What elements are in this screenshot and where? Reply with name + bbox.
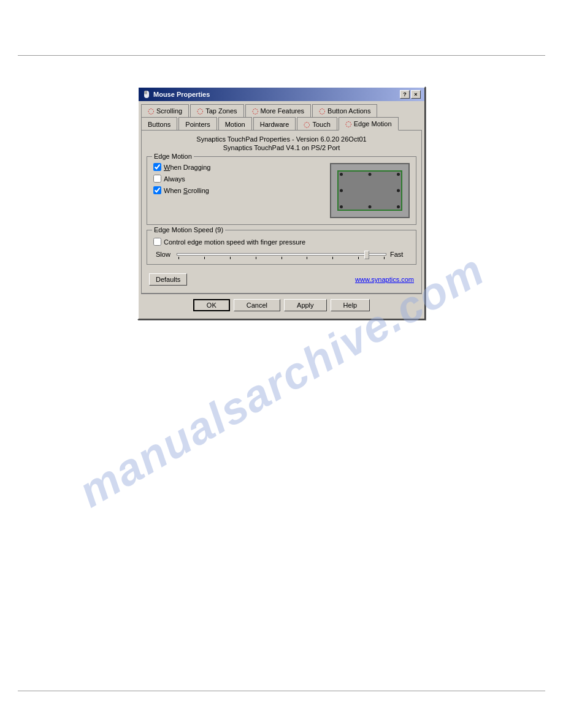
dot-tl [340, 173, 343, 176]
more-features-label: More Features [261, 107, 305, 115]
tab-buttons[interactable]: Buttons [141, 117, 177, 131]
touchpad-graphic [330, 163, 410, 218]
title-left: Mouse Properties [142, 90, 210, 99]
when-dragging-row: When Dragging [153, 163, 324, 171]
when-scrolling-checkbox[interactable] [153, 186, 161, 194]
edge-motion-container: When Dragging Always When Scrolling [153, 161, 410, 218]
dot-bm [369, 205, 372, 208]
dialog-title: Mouse Properties [153, 91, 210, 98]
tab-more-features[interactable]: ◌ More Features [245, 104, 312, 117]
fast-label: Fast [390, 251, 407, 258]
speed-group-label: Edge Motion Speed (9) [152, 226, 225, 233]
tick-8 [358, 257, 359, 259]
help-title-button[interactable]: ? [400, 90, 410, 99]
finger-pressure-checkbox[interactable] [153, 238, 161, 246]
dot-mr [397, 189, 400, 192]
when-dragging-checkbox[interactable] [153, 163, 161, 171]
tab-row-2: Buttons Pointers Motion Hardware ◌ Touch [141, 116, 422, 130]
tab-motion[interactable]: Motion [218, 117, 252, 131]
tab-tap-zones[interactable]: ◌ Tap Zones [190, 104, 243, 117]
always-row: Always [153, 175, 324, 183]
dialog-content: ◌ Scrolling ◌ Tap Zones ◌ More Features … [139, 101, 424, 319]
tick-7 [332, 257, 333, 259]
speed-group: Edge Motion Speed (9) Control edge motio… [147, 230, 416, 265]
tick-2 [204, 257, 205, 259]
scrolling-icon: ◌ [148, 107, 154, 115]
tab-edge-motion[interactable]: ◌ Edge Motion [339, 117, 399, 131]
version-line2: Synaptics TouchPad V4.1 on PS/2 Port [147, 144, 416, 151]
defaults-button[interactable]: Defaults [149, 273, 187, 286]
tick-3 [230, 257, 231, 259]
tab-button-actions[interactable]: ◌ Button Actions [312, 104, 377, 117]
bottom-area: Defaults www.synaptics.com [147, 270, 416, 288]
ok-button[interactable]: OK [193, 299, 230, 311]
tick-9 [384, 257, 385, 259]
tab-pointers[interactable]: Pointers [178, 117, 216, 131]
dialog-footer: OK Cancel Apply Help [141, 294, 422, 316]
tab-hardware[interactable]: Hardware [253, 117, 296, 131]
finger-pressure-label: Control edge motion speed with finger pr… [164, 238, 305, 246]
dot-ml [340, 189, 343, 192]
touch-label: Touch [312, 121, 330, 128]
more-features-icon: ◌ [252, 107, 258, 115]
tab-scrolling[interactable]: ◌ Scrolling [141, 104, 189, 117]
edge-motion-group: Edge Motion When Dragging Always [147, 156, 416, 225]
dot-br [397, 205, 400, 208]
speed-slider-track[interactable] [177, 253, 386, 256]
slow-label: Slow [156, 251, 173, 258]
always-checkbox[interactable] [153, 175, 161, 183]
dot-tr [397, 173, 400, 176]
close-title-button[interactable]: × [411, 90, 421, 99]
svg-rect-1 [144, 91, 147, 94]
tap-zones-icon: ◌ [197, 107, 203, 115]
finger-pressure-row: Control edge motion speed with finger pr… [153, 238, 410, 246]
dialog-area: Mouse Properties ? × ◌ Scrolling ◌ [137, 86, 426, 320]
dot-bl [340, 205, 343, 208]
when-dragging-label: When Dragging [164, 164, 210, 171]
slider-row: Slow [153, 251, 410, 258]
always-label: Always [164, 175, 185, 183]
bottom-rule [18, 691, 545, 691]
buttons-label: Buttons [148, 121, 170, 128]
tick-1 [178, 257, 179, 259]
top-rule [18, 55, 545, 56]
button-actions-label: Button Actions [327, 107, 370, 115]
hardware-label: Hardware [260, 121, 289, 128]
when-scrolling-row: When Scrolling [153, 186, 324, 194]
mouse-properties-dialog: Mouse Properties ? × ◌ Scrolling ◌ [137, 86, 426, 320]
page-container: Mouse Properties ? × ◌ Scrolling ◌ [0, 0, 563, 728]
tap-zones-label: Tap Zones [205, 107, 237, 115]
edge-motion-group-label: Edge Motion [152, 153, 194, 160]
scrolling-label: Scrolling [156, 107, 182, 115]
touchpad-inner [337, 170, 402, 211]
dot-tm [369, 173, 372, 176]
tick-4 [256, 257, 256, 259]
synaptics-link[interactable]: www.synaptics.com [355, 276, 414, 283]
tab-panel: Synaptics TouchPad Properties - Version … [141, 130, 422, 294]
when-scrolling-label: When Scrolling [164, 187, 209, 194]
edge-motion-tab-label: Edge Motion [354, 120, 392, 127]
apply-button[interactable]: Apply [284, 299, 327, 311]
cancel-button[interactable]: Cancel [234, 299, 280, 311]
tick-6 [307, 257, 307, 259]
mouse-icon [142, 90, 151, 99]
version-line1: Synaptics TouchPad Properties - Version … [147, 135, 416, 143]
edge-motion-checkboxes: When Dragging Always When Scrolling [153, 161, 324, 218]
tick-5 [282, 257, 282, 259]
speed-slider-thumb[interactable] [364, 251, 369, 259]
dialog-titlebar: Mouse Properties ? × [139, 88, 424, 101]
touch-icon: ◌ [304, 120, 310, 129]
title-buttons: ? × [400, 90, 421, 99]
tab-row-1: ◌ Scrolling ◌ Tap Zones ◌ More Features … [141, 104, 422, 116]
edge-motion-tab-icon: ◌ [345, 119, 351, 128]
button-actions-icon: ◌ [319, 107, 325, 115]
slider-ticks [177, 257, 386, 259]
pointers-label: Pointers [185, 121, 210, 128]
help-button[interactable]: Help [331, 299, 370, 311]
tab-touch[interactable]: ◌ Touch [297, 117, 337, 131]
motion-label: Motion [225, 121, 245, 128]
